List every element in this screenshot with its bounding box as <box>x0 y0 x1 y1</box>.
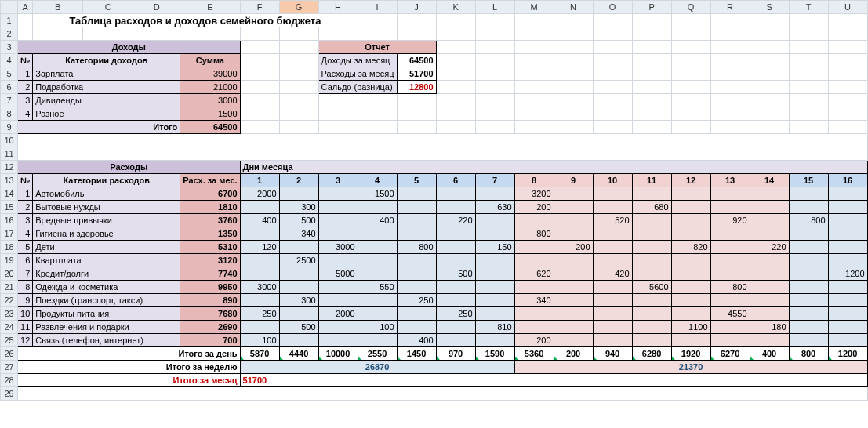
col-D[interactable]: D <box>133 1 180 14</box>
exp-cell[interactable] <box>475 227 514 241</box>
exp-cell[interactable] <box>750 214 789 227</box>
col-C[interactable]: C <box>83 1 133 14</box>
exp-cell[interactable] <box>318 227 358 241</box>
exp-cell[interactable] <box>397 307 436 321</box>
exp-cell[interactable] <box>671 214 710 227</box>
exp-cell[interactable] <box>828 254 867 267</box>
row-7[interactable]: 7 <box>1 94 18 107</box>
exp-cell[interactable] <box>593 241 632 254</box>
exp-cell[interactable] <box>554 254 593 267</box>
row-21[interactable]: 21 <box>1 281 18 294</box>
row-10[interactable]: 10 <box>1 134 18 147</box>
exp-cell[interactable] <box>514 241 554 254</box>
exp-cell[interactable]: 2500 <box>279 254 318 267</box>
exp-cell[interactable] <box>671 307 710 321</box>
exp-cell[interactable]: 200 <box>554 241 593 254</box>
exp-cell[interactable] <box>632 334 671 347</box>
exp-cell[interactable]: 300 <box>279 294 318 307</box>
exp-cell[interactable]: 3200 <box>514 187 554 201</box>
exp-cell[interactable] <box>828 307 867 321</box>
exp-cell[interactable]: 100 <box>358 321 397 334</box>
exp-cell[interactable]: 630 <box>475 201 514 214</box>
exp-cell[interactable]: 5000 <box>318 267 358 281</box>
exp-cell[interactable] <box>789 267 828 281</box>
row-13[interactable]: 13 <box>1 174 18 187</box>
exp-cell[interactable] <box>318 187 358 201</box>
exp-cell[interactable] <box>632 187 671 201</box>
exp-cell[interactable] <box>828 294 867 307</box>
exp-cell[interactable] <box>710 187 750 201</box>
exp-cell[interactable]: 250 <box>397 294 436 307</box>
exp-cell[interactable]: 3000 <box>318 241 358 254</box>
exp-cell[interactable] <box>554 214 593 227</box>
exp-cell[interactable] <box>397 187 436 201</box>
exp-cell[interactable]: 800 <box>710 281 750 294</box>
exp-cell[interactable]: 800 <box>789 214 828 227</box>
exp-cell[interactable] <box>240 201 279 214</box>
exp-cell[interactable] <box>514 281 554 294</box>
exp-cell[interactable] <box>710 294 750 307</box>
exp-cell[interactable] <box>358 201 397 214</box>
exp-cell[interactable] <box>828 214 867 227</box>
exp-cell[interactable]: 180 <box>750 321 789 334</box>
exp-cell[interactable] <box>632 307 671 321</box>
row-27[interactable]: 27 <box>1 361 18 374</box>
exp-cell[interactable] <box>750 294 789 307</box>
row-5[interactable]: 5 <box>1 67 18 81</box>
exp-cell[interactable]: 220 <box>750 241 789 254</box>
exp-cell[interactable] <box>789 201 828 214</box>
exp-cell[interactable] <box>593 254 632 267</box>
exp-cell[interactable]: 250 <box>240 307 279 321</box>
exp-cell[interactable] <box>358 334 397 347</box>
row-2[interactable]: 2 <box>1 27 18 41</box>
exp-cell[interactable] <box>671 334 710 347</box>
exp-cell[interactable] <box>554 227 593 241</box>
row-8[interactable]: 8 <box>1 107 18 121</box>
column-headers[interactable]: A B C D E F G H I J K L M N O P Q R S T … <box>1 1 868 14</box>
col-T[interactable]: T <box>789 1 828 14</box>
col-I[interactable]: I <box>358 1 397 14</box>
row-3[interactable]: 3 <box>1 41 18 54</box>
exp-cell[interactable] <box>240 321 279 334</box>
exp-cell[interactable] <box>750 334 789 347</box>
exp-cell[interactable] <box>828 321 867 334</box>
exp-cell[interactable] <box>593 294 632 307</box>
col-K[interactable]: K <box>436 1 475 14</box>
exp-cell[interactable] <box>632 214 671 227</box>
exp-cell[interactable] <box>279 267 318 281</box>
exp-cell[interactable] <box>710 254 750 267</box>
exp-cell[interactable] <box>436 254 475 267</box>
col-Q[interactable]: Q <box>671 1 710 14</box>
exp-cell[interactable] <box>593 307 632 321</box>
exp-cell[interactable] <box>593 281 632 294</box>
exp-cell[interactable] <box>593 187 632 201</box>
row-24[interactable]: 24 <box>1 321 18 334</box>
exp-cell[interactable] <box>789 241 828 254</box>
exp-cell[interactable] <box>789 294 828 307</box>
col-J[interactable]: J <box>397 1 436 14</box>
exp-cell[interactable]: 420 <box>593 267 632 281</box>
col-B[interactable]: B <box>33 1 83 14</box>
exp-cell[interactable] <box>828 187 867 201</box>
exp-cell[interactable] <box>436 201 475 214</box>
row-6[interactable]: 6 <box>1 81 18 94</box>
exp-cell[interactable] <box>475 281 514 294</box>
row-14[interactable]: 14 <box>1 187 18 201</box>
exp-cell[interactable] <box>554 281 593 294</box>
exp-cell[interactable] <box>318 334 358 347</box>
col-E[interactable]: E <box>180 1 240 14</box>
exp-cell[interactable]: 200 <box>514 201 554 214</box>
exp-cell[interactable] <box>475 187 514 201</box>
col-R[interactable]: R <box>710 1 750 14</box>
exp-cell[interactable] <box>240 254 279 267</box>
exp-cell[interactable] <box>671 187 710 201</box>
col-U[interactable]: U <box>828 1 867 14</box>
exp-cell[interactable] <box>750 227 789 241</box>
exp-cell[interactable]: 550 <box>358 281 397 294</box>
exp-cell[interactable] <box>318 214 358 227</box>
exp-cell[interactable] <box>710 201 750 214</box>
row-9[interactable]: 9 <box>1 121 18 134</box>
exp-cell[interactable] <box>279 334 318 347</box>
exp-cell[interactable] <box>671 294 710 307</box>
exp-cell[interactable] <box>436 281 475 294</box>
